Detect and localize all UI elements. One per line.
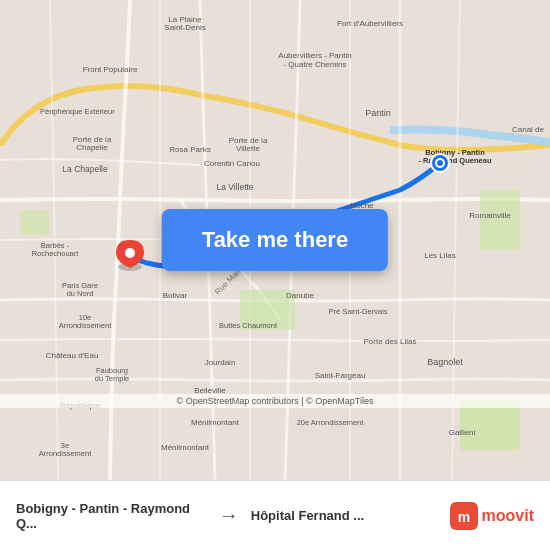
svg-text:Gallieni: Gallieni bbox=[449, 428, 476, 437]
map-container: La Plaine Saint-Denis Fort d'Aubervillie… bbox=[0, 0, 550, 480]
svg-text:du Temple: du Temple bbox=[95, 374, 129, 383]
origin-marker-center bbox=[437, 160, 443, 166]
svg-text:La Villette: La Villette bbox=[216, 182, 253, 192]
svg-text:Danube: Danube bbox=[286, 291, 315, 300]
svg-text:Ménilmontant: Ménilmontant bbox=[161, 443, 210, 452]
arrow-icon: → bbox=[207, 504, 251, 527]
station-from-label: Bobigny - Pantin - Raymond Q... bbox=[16, 501, 207, 531]
svg-text:Canal de: Canal de bbox=[512, 125, 545, 134]
moovit-text-label: moovit bbox=[482, 507, 534, 525]
svg-text:Buttes Chaumont: Buttes Chaumont bbox=[219, 321, 278, 330]
svg-rect-2 bbox=[480, 190, 520, 250]
button-overlay: Take me there bbox=[162, 209, 388, 271]
svg-text:Porte des Lilas: Porte des Lilas bbox=[364, 337, 417, 346]
svg-text:Périphérique Extérieur: Périphérique Extérieur bbox=[40, 107, 115, 116]
svg-text:Jourdain: Jourdain bbox=[205, 358, 236, 367]
svg-text:m: m bbox=[457, 509, 469, 525]
svg-text:Rochechouart: Rochechouart bbox=[32, 249, 80, 258]
bottom-bar: Bobigny - Pantin - Raymond Q... → Hôpita… bbox=[0, 480, 550, 550]
dest-pin-inner bbox=[125, 248, 135, 258]
svg-text:Ménilmontant: Ménilmontant bbox=[191, 418, 240, 427]
svg-text:Arrondissement: Arrondissement bbox=[39, 449, 92, 458]
svg-text:Front Populaire: Front Populaire bbox=[83, 65, 138, 74]
svg-text:Romainville: Romainville bbox=[469, 211, 511, 220]
svg-text:20e Arrondissement: 20e Arrondissement bbox=[297, 418, 365, 427]
svg-text:Villette: Villette bbox=[236, 144, 260, 153]
bottom-to-section: Hôpital Fernand ... bbox=[251, 508, 442, 523]
svg-text:Bolivar: Bolivar bbox=[163, 291, 188, 300]
svg-text:Rosa Parks: Rosa Parks bbox=[169, 145, 210, 154]
moovit-icon: m bbox=[450, 502, 478, 530]
svg-text:Arrondissement: Arrondissement bbox=[59, 321, 112, 330]
bottom-from-section: Bobigny - Pantin - Raymond Q... bbox=[16, 501, 207, 531]
svg-text:Pré Saint-Gervais: Pré Saint-Gervais bbox=[328, 307, 387, 316]
svg-text:- Quatre Chemins: - Quatre Chemins bbox=[283, 60, 346, 69]
svg-text:Corentin Cariou: Corentin Cariou bbox=[204, 159, 260, 168]
svg-text:Saint-Denis: Saint-Denis bbox=[164, 23, 205, 32]
svg-text:Les Lilas: Les Lilas bbox=[424, 251, 456, 260]
svg-rect-4 bbox=[20, 210, 50, 235]
svg-text:Aubervilliers - Pantin: Aubervilliers - Pantin bbox=[278, 51, 351, 60]
svg-text:- Raymond Queneau: - Raymond Queneau bbox=[419, 156, 492, 165]
svg-text:La Chapelle: La Chapelle bbox=[62, 164, 108, 174]
svg-text:Saint-Fargeau: Saint-Fargeau bbox=[315, 371, 366, 380]
moovit-logo: m moovit bbox=[450, 502, 534, 530]
svg-text:Fort d'Aubervilliers: Fort d'Aubervilliers bbox=[337, 19, 403, 28]
svg-text:Chapelle: Chapelle bbox=[76, 143, 108, 152]
map-attribution: © OpenStreetMap contributors | © OpenMap… bbox=[0, 394, 550, 408]
take-me-there-button[interactable]: Take me there bbox=[162, 209, 388, 271]
svg-text:Bagnolet: Bagnolet bbox=[427, 357, 463, 367]
station-to-label: Hôpital Fernand ... bbox=[251, 508, 364, 523]
svg-text:Château d'Eau: Château d'Eau bbox=[46, 351, 99, 360]
svg-text:du Nord: du Nord bbox=[67, 289, 94, 298]
svg-text:Pantin: Pantin bbox=[365, 108, 391, 118]
